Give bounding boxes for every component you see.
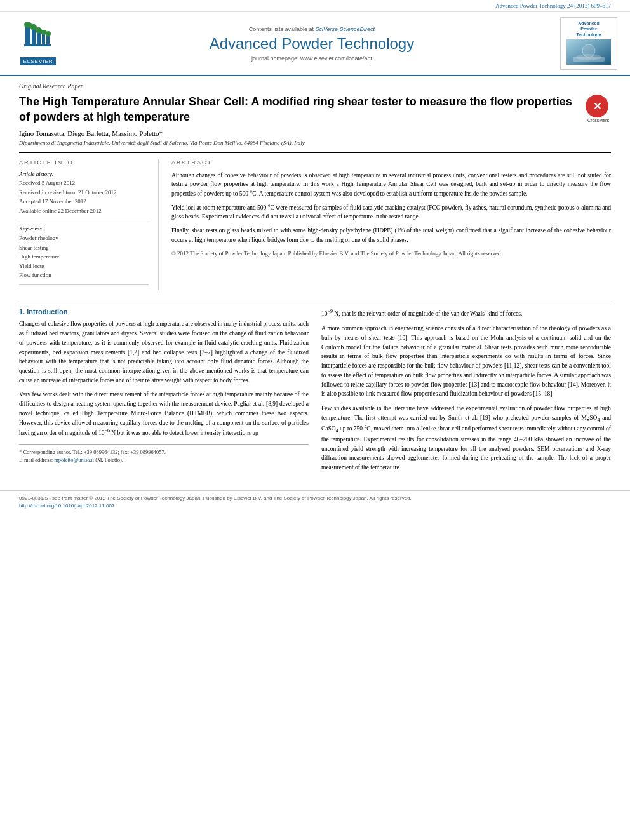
elsevier-tree-icon bbox=[19, 22, 57, 57]
sciverse-line: Contents lists available at SciVerse Sci… bbox=[64, 26, 560, 32]
keywords-title: Keywords: bbox=[19, 225, 149, 232]
journal-title: Advanced Powder Technology bbox=[64, 35, 560, 53]
body-columns: 1. Introduction Changes of cohesive flow… bbox=[19, 308, 611, 477]
svg-rect-4 bbox=[46, 35, 50, 44]
right-para-2: A more common approach in engineering sc… bbox=[321, 324, 611, 399]
crossmark-badge: ✕ CrossMark bbox=[586, 95, 611, 123]
journal-homepage: journal homepage: www.elsevier.com/locat… bbox=[64, 55, 560, 62]
body-col-right: 10−9 N, that is the relevant order of ma… bbox=[321, 308, 611, 477]
keyword-1: Powder rheology bbox=[19, 234, 149, 243]
svg-point-13 bbox=[576, 54, 601, 60]
svg-rect-1 bbox=[32, 29, 36, 44]
article-info: ARTICLE INFO Article history: Received 5… bbox=[19, 159, 159, 290]
abstract-para-2: Yield loci at room temperature and 500 °… bbox=[171, 203, 611, 222]
keywords-divider bbox=[19, 284, 149, 285]
elsevier-logo: ELSEVIER bbox=[13, 22, 64, 65]
accepted-date: Accepted 17 November 2012 bbox=[19, 197, 149, 206]
keyword-3: High temperature bbox=[19, 252, 149, 261]
received-date: Received 5 August 2012 bbox=[19, 179, 149, 187]
body-divider bbox=[19, 300, 611, 300]
article-info-title: ARTICLE INFO bbox=[19, 159, 149, 166]
history-title: Article history: bbox=[19, 171, 149, 177]
svg-point-9 bbox=[46, 31, 51, 36]
article-type: Original Research Paper bbox=[19, 83, 611, 90]
section-1-heading: 1. Introduction bbox=[19, 308, 309, 316]
info-abstract-section: ARTICLE INFO Article history: Received 5… bbox=[19, 152, 611, 290]
right-para-1: 10−9 N, that is the relevant order of ma… bbox=[321, 308, 611, 319]
doi-text: http://dx.doi.org/10.1016/j.apt.2012.11.… bbox=[19, 502, 611, 510]
main-content: Original Research Paper The High Tempera… bbox=[0, 76, 630, 484]
sciverse-link[interactable]: SciVerse ScienceDirect bbox=[315, 26, 375, 32]
info-divider bbox=[19, 220, 149, 220]
doi-link[interactable]: http://dx.doi.org/10.1016/j.apt.2012.11.… bbox=[19, 503, 114, 509]
crossmark-icon: ✕ bbox=[586, 95, 608, 117]
article-title-section: The High Temperature Annular Shear Cell:… bbox=[19, 95, 611, 124]
journal-ref-text: Advanced Powder Technology 24 (2013) 609… bbox=[495, 3, 611, 9]
body-text-right: 10−9 N, that is the relevant order of ma… bbox=[321, 308, 611, 472]
revised-date: Received in revised form 21 October 2012 bbox=[19, 189, 149, 197]
svg-rect-0 bbox=[25, 25, 30, 44]
abstract-copyright: © 2012 The Society of Powder Technology … bbox=[171, 250, 611, 258]
body-col-left: 1. Introduction Changes of cohesive flow… bbox=[19, 308, 309, 477]
apt-logo-image bbox=[566, 39, 611, 65]
corresponding-footnote: * Corresponding author. Tel.: +39 089964… bbox=[19, 449, 309, 457]
body-text-left: Changes of cohesive flow properties of p… bbox=[19, 319, 309, 438]
elsevier-box: ELSEVIER bbox=[20, 57, 55, 65]
svg-rect-3 bbox=[42, 34, 45, 44]
right-para-3: Few studies available in the literature … bbox=[321, 404, 611, 472]
journal-reference-bar: Advanced Powder Technology 24 (2013) 609… bbox=[0, 0, 630, 12]
keyword-4: Yield locus bbox=[19, 262, 149, 270]
affiliation: Dipartimento di Ingegneria Industriale, … bbox=[19, 140, 611, 146]
svg-rect-10 bbox=[24, 44, 51, 46]
email-footnote: E-mail address: mpoletto@unisa.it (M. Po… bbox=[19, 457, 309, 464]
abstract-section: ABSTRACT Although changes of cohesive be… bbox=[171, 159, 611, 290]
abstract-text: Although changes of cohesive behaviour o… bbox=[171, 171, 611, 258]
intro-para-2: Very few works dealt with the direct mea… bbox=[19, 390, 309, 438]
apt-logo-title: AdvancedPowderTechnology bbox=[563, 20, 614, 37]
apt-logo: AdvancedPowderTechnology bbox=[560, 17, 617, 70]
corresponding-star: * bbox=[159, 130, 163, 137]
abstract-title: ABSTRACT bbox=[171, 159, 611, 166]
crossmark-label: CrossMark bbox=[586, 118, 611, 123]
bottom-bar: 0921-8831/$ - see front matter © 2012 Th… bbox=[0, 490, 630, 514]
authors: Igino Tomasetta, Diego Barletta, Massimo… bbox=[19, 130, 611, 137]
issn-text: 0921-8831/$ - see front matter © 2012 Th… bbox=[19, 495, 611, 502]
email-link[interactable]: mpoletto@unisa.it bbox=[54, 457, 94, 463]
available-date: Available online 22 December 2012 bbox=[19, 207, 149, 215]
article-title: The High Temperature Annular Shear Cell:… bbox=[19, 95, 579, 124]
abstract-para-3: Finally, shear tests on glass beads mixe… bbox=[171, 226, 611, 244]
keyword-2: Shear testing bbox=[19, 243, 149, 252]
journal-title-center: Contents lists available at SciVerse Sci… bbox=[64, 26, 560, 62]
abstract-para-1: Although changes of cohesive behaviour o… bbox=[171, 171, 611, 198]
footnotes: * Corresponding author. Tel.: +39 089964… bbox=[19, 444, 309, 464]
keyword-5: Flow function bbox=[19, 270, 149, 279]
author-1: Igino Tomasetta, Diego Barletta, Massimo… bbox=[19, 130, 159, 137]
keywords-section: Keywords: Powder rheology Shear testing … bbox=[19, 225, 149, 279]
journal-header: ELSEVIER Contents lists available at Sci… bbox=[0, 12, 630, 76]
intro-para-1: Changes of cohesive flow properties of p… bbox=[19, 319, 309, 385]
